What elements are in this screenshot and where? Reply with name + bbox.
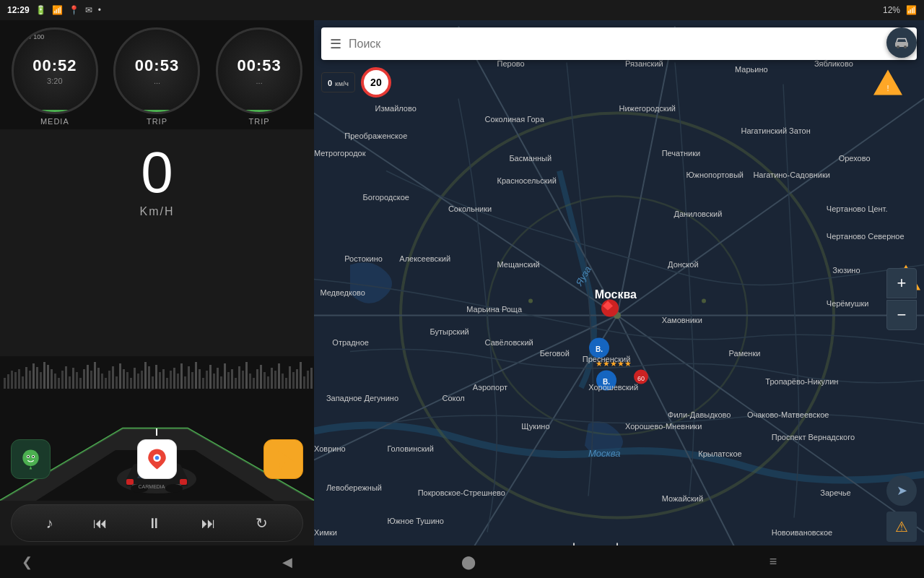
svg-rect-28 [101,374,103,389]
media-controls: ♪ ⏮ ⏸ ⏭ ↻ [11,504,303,542]
rewind-btn[interactable]: ⏮ [90,512,111,535]
svg-rect-37 [134,368,136,389]
navigation-icon[interactable] [263,439,303,479]
svg-rect-44 [159,372,161,389]
music-btn[interactable]: ♪ [43,512,57,535]
pause-btn[interactable]: ⏸ [144,512,165,535]
map-home-btn[interactable]: ⬤ [461,554,476,570]
status-location-icon: 📍 [69,5,79,15]
map-controls-right [886,27,917,58]
gauge-trip1: 00:53 ... TRIP [113,27,200,126]
svg-point-100 [27,456,29,457]
wifi-icon: 📶 [906,5,917,15]
speed-limit-sign: 20 [361,67,391,98]
svg-rect-16 [58,378,60,389]
svg-rect-64 [231,369,233,389]
zoom-in-btn[interactable]: + [886,268,917,298]
gauge-trip1-label: TRIP [147,117,167,126]
svg-rect-83 [300,362,302,389]
svg-text:!: ! [886,84,889,92]
search-input[interactable] [349,38,889,51]
gauge-trip1-time: 00:53 [135,56,179,75]
svg-rect-62 [224,363,226,389]
svg-rect-53 [191,372,193,389]
gauge-trip2-circle: 00:53 ... [216,27,302,114]
svg-rect-17 [61,371,64,389]
svg-rect-80 [289,366,291,389]
status-battery-icon: 🔋 [35,5,46,15]
svg-text:В.: В. [603,378,610,386]
left-home-btn[interactable]: ◀ [282,554,292,570]
svg-rect-77 [278,363,280,389]
svg-rect-12 [43,362,45,389]
gauge-trip1-circle: 00:53 ... [113,27,200,114]
svg-rect-67 [242,371,244,389]
svg-rect-3 [11,371,13,389]
main-area: 12 / 100 00:52 3:20 MEDIA 00:53 ... TRIP… [0,20,924,578]
svg-rect-86 [310,368,313,389]
svg-rect-36 [130,378,132,389]
gauge-trip2-sub: ... [256,77,263,85]
map-menu-btn[interactable]: ≡ [770,554,777,569]
svg-rect-25 [90,371,92,389]
svg-rect-33 [119,363,121,389]
gauges-row: 12 / 100 00:52 3:20 MEDIA 00:53 ... TRIP… [0,20,314,129]
svg-rect-19 [69,376,71,389]
waze-icon[interactable] [11,439,51,479]
left-back-btn[interactable]: ❮ [22,554,32,570]
car-mode-btn[interactable] [886,27,917,58]
svg-rect-8 [29,371,31,389]
road-area: CARMEDIA [0,356,314,501]
status-time: 12:29 [7,5,30,15]
zoom-controls: + − [886,268,917,330]
svg-rect-52 [188,366,190,389]
svg-rect-7 [25,367,27,389]
svg-rect-56 [202,378,204,389]
svg-rect-48 [173,368,175,389]
left-bottom-bar: ❮ ◀ [0,545,314,578]
svg-rect-1 [4,378,6,389]
svg-rect-4 [14,372,17,389]
svg-rect-55 [199,369,201,389]
svg-rect-11 [40,372,42,389]
svg-rect-90 [126,479,134,485]
svg-rect-29 [105,378,107,389]
svg-point-140 [897,46,899,48]
gauge-media-sub: 3:20 [47,77,62,85]
svg-rect-43 [155,365,157,389]
right-panel: В. В. ★★★★★ ! ! 60 Яуза Москва 2.0км [314,20,924,578]
svg-rect-51 [184,376,186,389]
svg-rect-65 [235,378,237,389]
svg-rect-20 [72,368,74,389]
current-speed-display: 0 км/ч [321,72,355,92]
svg-rect-18 [65,366,67,389]
svg-rect-2 [7,374,9,389]
svg-rect-42 [152,376,154,389]
svg-rect-91 [180,479,187,485]
zoom-out-btn[interactable]: − [886,300,917,330]
svg-rect-9 [32,363,35,389]
map-search-bar[interactable]: ☰ ☆ [321,27,917,60]
svg-rect-72 [260,365,262,389]
repeat-btn[interactable]: ↻ [252,511,271,535]
svg-text:CARMEDIA: CARMEDIA [139,484,165,489]
svg-rect-5 [18,369,20,389]
warning-btn[interactable]: ⚠ [886,512,917,542]
compass-btn[interactable]: ➤ [886,475,917,506]
map-bottom-bar: ⬤ ≡ [314,545,924,578]
svg-rect-71 [256,369,258,389]
svg-rect-24 [87,365,89,389]
svg-rect-58 [209,365,212,389]
svg-marker-104 [271,447,295,471]
road-svg: CARMEDIA [0,356,314,501]
svg-rect-73 [263,372,266,389]
menu-icon[interactable]: ☰ [330,36,341,52]
svg-rect-27 [97,368,100,389]
svg-rect-46 [166,378,168,389]
google-maps-icon[interactable] [137,439,177,479]
forward-btn[interactable]: ⏭ [198,512,219,535]
svg-text:60: 60 [637,375,645,382]
svg-rect-49 [177,374,179,389]
svg-rect-38 [137,374,139,389]
svg-rect-39 [141,371,143,389]
